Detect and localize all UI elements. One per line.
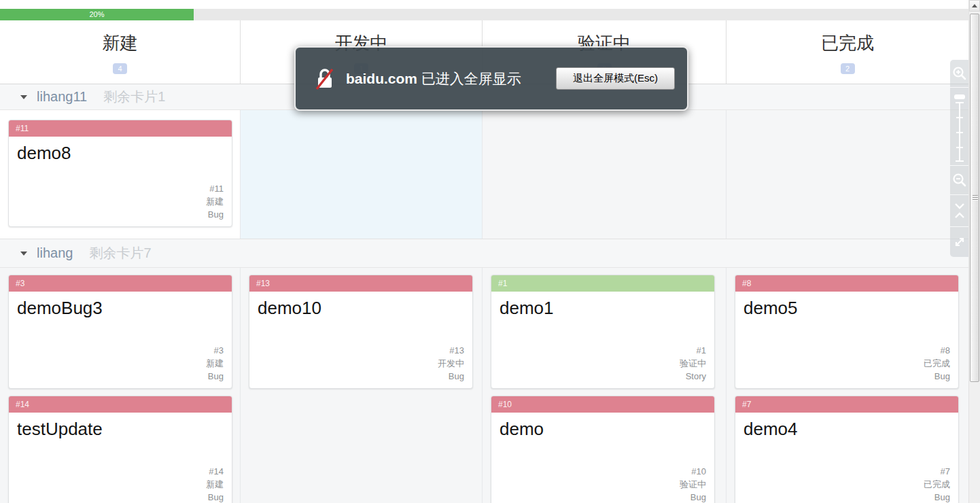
column-header-new: 新建 4	[0, 20, 241, 84]
card-meta-type: Bug	[924, 491, 950, 503]
card-title: demo8	[17, 143, 224, 164]
lane-cell-developing: #13 demo10 #13 开发中 Bug	[241, 268, 483, 503]
card-meta: #11 新建 Bug	[206, 182, 224, 221]
card-meta-id: #3	[206, 344, 224, 357]
lane-cell-new: #3 demoBug3 #3 新建 Bug #14 testUpdate #14…	[0, 268, 241, 503]
insecure-lock-icon	[315, 67, 335, 90]
collapse-caret-icon[interactable]	[20, 95, 27, 99]
card-meta: #13 开发中 Bug	[438, 344, 464, 383]
column-title: 新建	[0, 31, 240, 55]
card-title: demo	[500, 419, 706, 440]
card-meta-status: 新建	[206, 195, 224, 208]
card-meta: #10 验证中 Bug	[680, 465, 706, 503]
card-title: demoBug3	[17, 298, 224, 319]
zoom-in-icon[interactable]	[950, 60, 968, 87]
card-meta: #7 已完成 Bug	[924, 465, 950, 503]
card-meta-status: 已完成	[924, 357, 950, 370]
lane-cell-new: #11 demo8 #11 新建 Bug	[0, 110, 241, 239]
card-title: demo10	[258, 298, 464, 319]
task-card-demo5[interactable]: #8 demo5 #8 已完成 Bug	[735, 275, 959, 389]
card-meta-type: Bug	[924, 370, 950, 383]
swimlane-remaining-count: 剩余卡片7	[89, 244, 151, 262]
swimlane-name: lihang	[37, 245, 73, 261]
card-title: demo4	[743, 419, 950, 440]
card-meta-status: 开发中	[438, 357, 464, 370]
card-meta-status: 新建	[206, 478, 224, 491]
notification-message: baidu.com 已进入全屏显示	[346, 69, 521, 88]
lane-cell-developing-highlighted	[241, 110, 483, 239]
vertical-scrollbar[interactable]	[968, 0, 980, 503]
card-meta-type: Bug	[680, 491, 706, 503]
scrollbar-up-arrow[interactable]	[969, 0, 980, 12]
task-card-demoBug3[interactable]: #3 demoBug3 #3 新建 Bug	[8, 275, 232, 389]
collapse-caret-icon[interactable]	[20, 252, 27, 256]
scrollbar-grip	[973, 195, 978, 201]
column-count-badge: 4	[113, 63, 127, 74]
card-meta-id: #1	[680, 344, 706, 357]
column-count-badge: 2	[841, 63, 855, 74]
card-meta-status: 验证中	[680, 357, 706, 370]
card-meta-type: Bug	[206, 491, 224, 503]
column-header-done: 已完成 2	[727, 20, 968, 84]
exit-fullscreen-button[interactable]: 退出全屏模式(Esc)	[556, 67, 675, 90]
lane-cell-verifying	[483, 110, 727, 239]
progress-bar-fill: 20%	[0, 9, 194, 20]
card-meta-id: #13	[438, 344, 464, 357]
column-title: 已完成	[727, 31, 968, 55]
card-header: #13	[249, 275, 472, 292]
card-header: #14	[9, 396, 232, 413]
card-header: #7	[735, 396, 958, 413]
resize-diagonal-icon[interactable]	[950, 227, 968, 257]
task-card-demo8[interactable]: #11 demo8 #11 新建 Bug	[8, 120, 232, 227]
swimlane-header-lihang[interactable]: lihang 剩余卡片7	[0, 239, 968, 268]
task-card-demo10[interactable]: #13 demo10 #13 开发中 Bug	[249, 275, 473, 389]
card-meta-status: 已完成	[924, 478, 950, 491]
card-meta-id: #14	[206, 465, 224, 478]
fullscreen-notification: baidu.com 已进入全屏显示 退出全屏模式(Esc)	[294, 46, 688, 111]
card-header: #3	[9, 275, 232, 292]
swimlane-name: lihang11	[37, 89, 87, 105]
card-meta-type: Story	[680, 370, 706, 383]
card-meta: #3 新建 Bug	[206, 344, 224, 383]
kanban-board-screen: 20% 新建 4 开发中 1 验证中 2 已完成 2 lihang11 剩余卡片…	[0, 0, 980, 503]
task-card-demo4[interactable]: #7 demo4 #7 已完成 Bug	[735, 396, 959, 503]
card-header: #10	[491, 396, 714, 413]
zoom-control-panel	[950, 60, 968, 257]
swimlane-body-lihang11: #11 demo8 #11 新建 Bug	[0, 110, 968, 239]
swimlane-remaining-count: 剩余卡片1	[103, 88, 165, 106]
card-meta: #8 已完成 Bug	[924, 344, 950, 383]
card-header: #8	[735, 275, 958, 292]
card-meta-status: 新建	[206, 357, 224, 370]
compress-view-icon[interactable]	[950, 195, 968, 226]
notification-site: baidu.com	[346, 71, 417, 86]
card-meta-type: Bug	[206, 208, 224, 221]
task-card-demo[interactable]: #10 demo #10 验证中 Bug	[491, 396, 715, 503]
card-meta-type: Bug	[206, 370, 224, 383]
card-title: demo5	[743, 298, 950, 319]
card-title: testUpdate	[17, 419, 224, 440]
lane-cell-done	[727, 110, 968, 239]
up-triangle-icon	[972, 4, 977, 7]
lane-cell-done: #8 demo5 #8 已完成 Bug #7 demo4 #7 已完成 Bug	[727, 268, 968, 503]
swimlane-body-lihang: #3 demoBug3 #3 新建 Bug #14 testUpdate #14…	[0, 268, 968, 503]
task-card-testUpdate[interactable]: #14 testUpdate #14 新建 Bug	[8, 396, 232, 503]
card-meta-id: #11	[206, 182, 224, 195]
card-header: #1	[491, 275, 714, 292]
card-meta-id: #7	[924, 465, 950, 478]
card-meta: #14 新建 Bug	[206, 465, 224, 503]
zoom-slider-track[interactable]	[950, 101, 968, 165]
progress-bar-track: 20%	[0, 9, 968, 20]
notification-message-text: 已进入全屏显示	[421, 71, 521, 86]
task-card-demo1[interactable]: #1 demo1 #1 验证中 Story	[491, 275, 715, 389]
card-header: #11	[9, 120, 232, 137]
card-meta-type: Bug	[438, 370, 464, 383]
card-meta-id: #8	[924, 344, 950, 357]
zoom-out-icon[interactable]	[950, 166, 968, 194]
card-title: demo1	[500, 298, 706, 319]
lane-cell-verifying: #1 demo1 #1 验证中 Story #10 demo #10 验证中 B…	[483, 268, 727, 503]
card-meta: #1 验证中 Story	[680, 344, 706, 383]
card-meta-status: 验证中	[680, 478, 706, 491]
card-meta-id: #10	[680, 465, 706, 478]
scrollbar-thumb[interactable]	[970, 14, 979, 382]
zoom-slider-handle[interactable]	[950, 88, 968, 101]
